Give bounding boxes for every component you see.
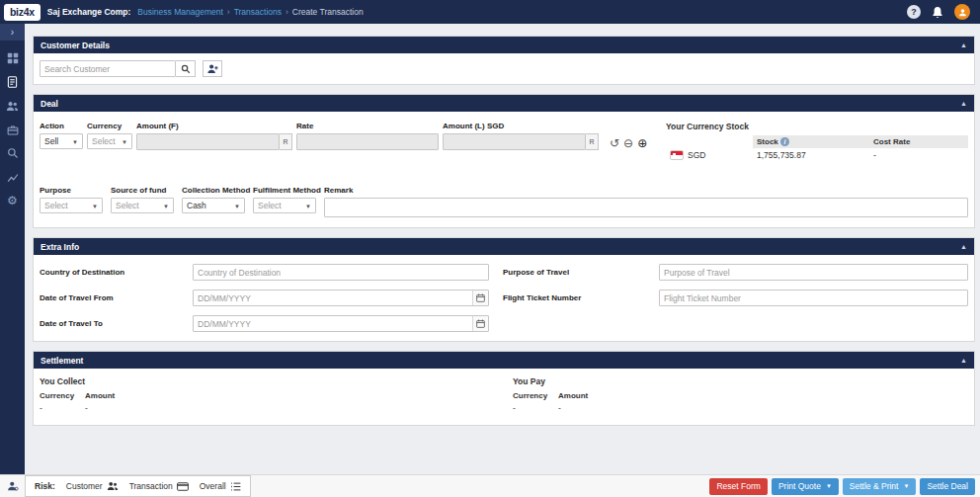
sidebar-expand-button[interactable]: › <box>0 24 25 41</box>
collapse-up-icon[interactable]: ▲ <box>960 41 967 48</box>
rate-toggle-button[interactable]: R <box>280 133 292 150</box>
rate-toggle-button[interactable]: R <box>586 133 599 150</box>
deal-body: Action Sell ▼ Currency Select ▼ Amount (… <box>34 112 974 227</box>
cost-rate-value: - <box>869 148 968 162</box>
dashboard-icon[interactable] <box>0 46 25 70</box>
search-icon[interactable] <box>0 141 25 165</box>
collapse-up-icon[interactable]: ▲ <box>960 357 967 364</box>
amount-f-input <box>136 133 280 150</box>
date-of-travel-to-input[interactable] <box>193 315 489 332</box>
country-of-destination-label: Country of Destination <box>40 268 193 277</box>
amount-l-field: Amount (L) SGD R <box>443 122 599 150</box>
chart-icon[interactable] <box>0 165 25 189</box>
user-avatar[interactable] <box>954 4 970 20</box>
you-collect-title: You Collect <box>40 376 513 386</box>
amount-l-label: Amount (L) SGD <box>443 122 599 130</box>
singapore-flag-icon <box>670 150 684 160</box>
search-customer-button[interactable] <box>176 60 196 77</box>
customer-search-input[interactable] <box>40 60 176 77</box>
print-quote-button[interactable]: Print Quote ▼ <box>772 478 839 495</box>
currency-select[interactable]: Select ▼ <box>87 133 132 149</box>
you-pay-title: You Pay <box>513 376 588 386</box>
remark-input[interactable] <box>324 198 968 217</box>
documents-icon[interactable] <box>0 70 25 94</box>
source-of-fund-select[interactable]: Select ▼ <box>111 198 174 213</box>
sidebar: › ⚙ <box>0 24 25 474</box>
date-of-travel-to-field <box>193 315 489 332</box>
user-settings-icon[interactable] <box>0 480 25 492</box>
undo-icon[interactable]: ↺ <box>610 135 619 152</box>
chevron-down-icon: ▼ <box>305 199 311 214</box>
add-customer-button[interactable] <box>203 60 222 77</box>
source-of-fund-label: Source of fund <box>111 186 174 195</box>
collapse-up-icon[interactable]: ▲ <box>960 100 967 107</box>
footer-bar: Risk: Customer Transaction Overall Reset… <box>0 474 980 497</box>
date-of-travel-from-label: Date of Travel From <box>40 293 193 302</box>
risk-transaction[interactable]: Transaction <box>129 481 189 491</box>
notifications-bell-icon[interactable] <box>932 6 943 19</box>
customer-details-body <box>34 53 974 84</box>
extra-info-title: Extra Info <box>41 242 79 252</box>
settle-deal-button[interactable]: Settle Deal <box>920 478 975 495</box>
settlement-panel: Settlement ▲ You Collect Currency Amount… <box>33 351 975 426</box>
help-icon[interactable]: ? <box>907 5 921 19</box>
topbar: biz4x Saj Exchange Comp: Business Manage… <box>0 0 980 24</box>
chevron-down-icon: ▼ <box>234 199 240 214</box>
chevron-down-icon: ▼ <box>163 199 169 214</box>
collection-method-field: Collection Method Cash ▼ <box>182 186 245 213</box>
action-field: Action Sell ▼ <box>40 122 83 149</box>
add-row-icon[interactable]: ⊕ <box>637 135 647 152</box>
stock-table-row: SGD 1,755,735.87 - <box>666 148 968 162</box>
calendar-icon[interactable] <box>472 290 488 305</box>
currency-field: Currency Select ▼ <box>87 122 132 149</box>
risk-transaction-label: Transaction <box>129 481 173 491</box>
customers-icon[interactable] <box>0 94 25 118</box>
stock-table-header: Stocki Cost Rate <box>666 135 968 148</box>
reset-form-button[interactable]: Reset Form <box>709 478 767 495</box>
purpose-field: Purpose Select ▼ <box>40 186 103 213</box>
breadcrumb-current-page: Create Transaction <box>292 7 364 17</box>
rate-label: Rate <box>296 122 439 130</box>
action-select[interactable]: Sell ▼ <box>40 133 83 149</box>
you-collect-section: You Collect Currency Amount - - <box>40 376 513 413</box>
card-icon <box>177 482 189 491</box>
deal-detail-row: Purpose Select ▼ Source of fund Select ▼… <box>40 186 968 217</box>
remark-field: Remark <box>324 186 968 217</box>
breadcrumb: Business Management › Transactions › Cre… <box>137 7 363 17</box>
purpose-of-travel-label: Purpose of Travel <box>503 268 659 277</box>
action-value: Sell <box>44 136 58 146</box>
calendar-icon[interactable] <box>472 316 488 331</box>
main-content: Customer Details ▲ Deal ▲ Action Sell <box>25 24 980 474</box>
chevron-down-icon: ▼ <box>122 134 127 150</box>
purpose-select[interactable]: Select ▼ <box>40 198 103 213</box>
collapse-up-icon[interactable]: ▲ <box>960 243 967 250</box>
breadcrumb-business-management[interactable]: Business Management <box>137 7 222 17</box>
risk-overall[interactable]: Overall <box>200 481 241 491</box>
person-icon <box>958 8 967 17</box>
fulfilment-method-select[interactable]: Select ▼ <box>253 198 316 213</box>
amount-f-label: Amount (F) <box>136 122 292 130</box>
country-of-destination-input[interactable] <box>193 264 489 281</box>
deal-header: Deal ▲ <box>34 95 974 112</box>
date-of-travel-from-input[interactable] <box>193 290 489 306</box>
remove-row-icon[interactable]: ⊖ <box>623 135 633 152</box>
app-logo[interactable]: biz4x <box>4 4 41 21</box>
info-icon[interactable]: i <box>780 137 789 146</box>
settle-and-print-button[interactable]: Settle & Print ▼ <box>843 478 917 495</box>
currency-stock-title: Your Currency Stock <box>666 122 968 131</box>
customer-details-header: Customer Details ▲ <box>34 37 974 53</box>
collection-method-select[interactable]: Cash ▼ <box>182 198 245 213</box>
breadcrumb-transactions[interactable]: Transactions <box>234 7 282 17</box>
briefcase-icon[interactable] <box>0 118 25 141</box>
rate-field: Rate <box>296 122 439 150</box>
flight-ticket-number-input[interactable] <box>659 290 968 306</box>
stock-value: 1,755,735.87 <box>753 148 869 162</box>
remark-label: Remark <box>324 186 968 195</box>
purpose-of-travel-input[interactable] <box>659 264 968 281</box>
you-collect-values: - - <box>40 403 513 413</box>
fulfilment-method-label: Fulfilment Method <box>253 186 316 195</box>
add-user-icon <box>206 63 219 74</box>
risk-customer[interactable]: Customer <box>66 481 119 491</box>
gear-icon[interactable]: ⚙ <box>0 189 25 212</box>
customers-icon <box>107 481 119 491</box>
